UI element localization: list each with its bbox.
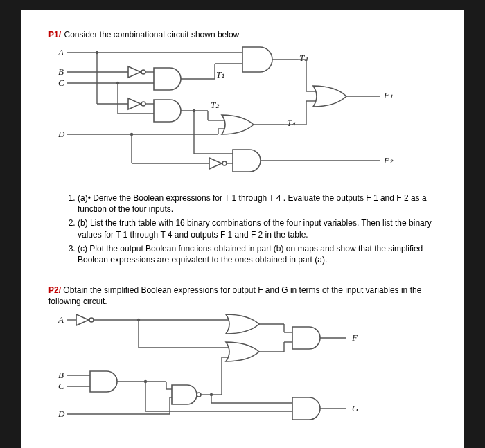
p1-heading-line: P1/ Consider the combinational circuit s… [48,28,436,40]
p1-signal-T3: T₃ [299,53,308,63]
p1-input-A: A [58,47,64,57]
p2-input-A: A [58,314,64,325]
p1-label: P1/ [48,30,61,39]
p1-input-B: B [58,66,64,77]
svg-point-14 [141,102,146,106]
p2-label: P2/ [48,285,61,295]
p1-q3: (c) Plot the output Boolean functions ob… [78,243,436,265]
p2-input-D: D [58,409,65,419]
p1-signal-F1: F₁ [383,90,393,100]
p1-question-list: (a)• Derive the Boolean expressions for … [48,192,436,265]
p2-circuit-diagram: A B C D [48,307,409,425]
p1-input-C: C [58,78,64,88]
p2-heading-line: P2/ Obtain the simplified Boolean expres… [48,285,436,307]
svg-marker-13 [128,98,141,109]
p2-input-B: B [58,370,64,380]
p1-q1: (a)• Derive the Boolean expressions for … [78,192,436,215]
p2-input-C: C [58,381,64,391]
svg-point-47 [89,318,94,322]
svg-marker-4 [128,66,141,78]
p1-input-D: D [58,129,65,139]
p2-output-F: F [351,332,358,343]
svg-marker-38 [209,158,222,169]
p1-signal-T2: T₂ [211,100,220,110]
p2-output-G: G [352,403,359,413]
p1-signal-T4: T₄ [287,118,296,128]
p1-q2: (b) List the truth table with 16 binary … [78,217,436,240]
svg-point-39 [222,161,227,165]
document-page: P1/ Consider the combinational circuit s… [21,10,464,448]
svg-marker-46 [76,314,89,325]
p2-title: Obtain the simplified Boolean expression… [48,285,421,306]
p1-title: Consider the combinational circuit shown… [64,30,239,39]
p1-signal-F2: F₂ [383,155,394,165]
svg-point-5 [141,70,146,74]
p1-circuit-diagram: A B C D T₁ T₂ [48,40,409,186]
svg-point-60 [197,393,201,397]
p1-signal-T1: T₁ [216,69,224,80]
